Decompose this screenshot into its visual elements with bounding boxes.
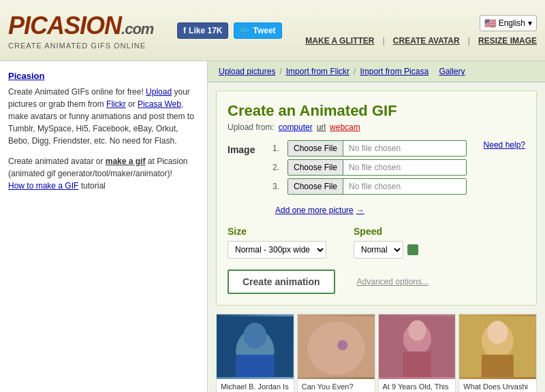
tagline: CREATE ANIMATED GIFS ONLINE bbox=[8, 42, 153, 50]
upload-from: Upload from: computer url webcam bbox=[228, 122, 525, 132]
choose-file-btn-1[interactable]: Choose File bbox=[288, 141, 343, 156]
create-animation-button[interactable]: Create animation bbox=[228, 270, 335, 294]
image-label: Image bbox=[228, 140, 262, 155]
sidebar-bottom-text3: tutorial bbox=[78, 181, 105, 191]
svg-rect-14 bbox=[482, 355, 514, 377]
nav-links: MAKE A GLITTER | CREATE AVATAR | RESIZE … bbox=[305, 35, 537, 46]
arrow-icon: → bbox=[356, 206, 364, 215]
choose-file-btn-2[interactable]: Choose File bbox=[288, 160, 343, 175]
ad-caption-jordan: Michael B. Jordan Is Dating Lori Harvey,… bbox=[217, 379, 294, 392]
subnav-gallery[interactable]: Gallery bbox=[439, 67, 465, 76]
nav-create-avatar[interactable]: CREATE AVATAR bbox=[393, 36, 460, 46]
logo-area: PICASION.com CREATE ANIMATED GIFS ONLINE bbox=[8, 12, 153, 50]
sidebar: Picasion Create Animated GIFs online for… bbox=[0, 61, 208, 392]
file-row-1: 1. Choose File No file chosen bbox=[272, 140, 473, 157]
header-center: f Like 17K 🐦 Tweet bbox=[177, 22, 281, 39]
file-input-group-3: Choose File No file chosen bbox=[287, 178, 467, 195]
header-right: 🇺🇸 English ▾ MAKE A GLITTER | CREATE AVA… bbox=[305, 15, 537, 46]
upload-from-label: Upload from: bbox=[228, 122, 275, 132]
size-select[interactable]: Normal - 300px wide Small - 200px wide L… bbox=[228, 241, 326, 259]
add-more-link[interactable]: Add one more picture → bbox=[275, 206, 525, 215]
subnav: Upload pictures / Import from Flickr / I… bbox=[208, 61, 545, 82]
row-num-1: 1. bbox=[272, 144, 283, 153]
sidebar-bottom-text1: Create animated avatar or bbox=[8, 157, 106, 166]
size-label: Size bbox=[228, 226, 326, 237]
ad-card-urvashi[interactable]: What Does Urvashi Rautela Look Like With… bbox=[458, 314, 537, 392]
size-select-group: Normal - 300px wide Small - 200px wide L… bbox=[228, 241, 326, 259]
sidebar-title[interactable]: Picasion bbox=[8, 69, 199, 83]
file-input-group-2: Choose File No file chosen bbox=[287, 159, 467, 176]
row-num-3: 3. bbox=[272, 182, 283, 191]
choose-file-btn-3[interactable]: Choose File bbox=[288, 179, 343, 194]
file-row-3: 3. Choose File No file chosen bbox=[272, 178, 473, 195]
ad-row: Michael B. Jordan Is Dating Lori Harvey,… bbox=[216, 314, 537, 392]
logo-suffix: .com bbox=[121, 20, 153, 37]
create-row: Create animation Advanced options... bbox=[228, 270, 525, 294]
sidebar-description: Create Animated GIFs online for free! Up… bbox=[8, 86, 199, 147]
language-selector[interactable]: 🇺🇸 English ▾ bbox=[480, 15, 537, 31]
svg-point-9 bbox=[408, 321, 426, 341]
speed-select[interactable]: Normal Slow Fast bbox=[354, 241, 403, 259]
ad-image-fashion bbox=[379, 314, 456, 379]
how-to-make-gif-link[interactable]: How to make a GIF bbox=[8, 181, 78, 191]
image-section: Image 1. Choose File No file chosen 2. C… bbox=[228, 140, 525, 197]
file-row-2: 2. Choose File No file chosen bbox=[272, 159, 473, 176]
twitter-icon: 🐦 bbox=[240, 26, 250, 35]
flag-icon: 🇺🇸 bbox=[484, 18, 496, 29]
twitter-tweet-button[interactable]: 🐦 Tweet bbox=[234, 22, 281, 39]
content: Upload pictures / Import from Flickr / I… bbox=[208, 61, 545, 392]
ad-image-tattoo bbox=[298, 314, 375, 379]
subnav-import-flickr[interactable]: Import from Flickr bbox=[286, 67, 349, 76]
upload-computer-link[interactable]: computer bbox=[279, 122, 313, 132]
svg-point-13 bbox=[488, 321, 508, 344]
ad-caption-urvashi: What Does Urvashi Rautela Look Like With… bbox=[459, 379, 536, 392]
speed-label: Speed bbox=[354, 226, 418, 237]
ad-caption-fashion: At 9 Years Old, This Young Girl Dazzled … bbox=[379, 379, 456, 392]
ad-caption-tattoo: Can You Even? Which Super Cute Tiny Food… bbox=[298, 379, 375, 392]
ad-image-urvashi bbox=[459, 314, 536, 379]
nav-resize-image[interactable]: RESIZE IMAGE bbox=[478, 36, 537, 46]
speed-option: Speed Normal Slow Fast bbox=[354, 226, 418, 259]
speed-select-group: Normal Slow Fast bbox=[354, 241, 418, 259]
advanced-options-link[interactable]: Advanced options... bbox=[357, 277, 429, 287]
sidebar-text3: or bbox=[126, 99, 138, 109]
upload-url-link[interactable]: url bbox=[317, 122, 326, 132]
file-inputs: 1. Choose File No file chosen 2. Choose … bbox=[272, 140, 473, 197]
svg-rect-10 bbox=[403, 352, 431, 378]
ad-card-fashion[interactable]: At 9 Years Old, This Young Girl Dazzled … bbox=[378, 314, 456, 392]
subnav-upload-pictures[interactable]: Upload pictures bbox=[219, 67, 275, 76]
facebook-like-button[interactable]: f Like 17K bbox=[177, 22, 228, 39]
row-num-2: 2. bbox=[272, 163, 283, 172]
file-input-group-1: Choose File No file chosen bbox=[287, 140, 467, 157]
logo: PICASION.com bbox=[8, 12, 153, 40]
nav-make-glitter[interactable]: MAKE A GLITTER bbox=[305, 36, 374, 46]
gif-title: Create an Animated GIF bbox=[228, 102, 525, 120]
sidebar-bottom: Create animated avatar or make a gif at … bbox=[8, 155, 199, 192]
add-more-label: Add one more picture bbox=[275, 206, 354, 215]
ad-image-jordan bbox=[217, 314, 294, 379]
svg-point-2 bbox=[243, 323, 266, 348]
file-name-2: No file chosen bbox=[343, 160, 466, 175]
svg-rect-3 bbox=[236, 355, 274, 377]
subnav-import-picasa[interactable]: Import from Picasa bbox=[360, 67, 429, 76]
ad-card-jordan[interactable]: Michael B. Jordan Is Dating Lori Harvey,… bbox=[216, 314, 294, 392]
flickr-link[interactable]: Flickr bbox=[106, 99, 126, 109]
fb-label: Like 17K bbox=[189, 26, 222, 35]
main: Picasion Create Animated GIFs online for… bbox=[0, 61, 545, 392]
header: PICASION.com CREATE ANIMATED GIFS ONLINE… bbox=[0, 0, 545, 61]
gif-creator: Create an Animated GIF Upload from: comp… bbox=[216, 91, 537, 306]
need-help-link[interactable]: Need help? bbox=[484, 140, 525, 150]
chevron-down-icon: ▾ bbox=[528, 18, 532, 28]
options-row: Size Normal - 300px wide Small - 200px w… bbox=[228, 226, 525, 259]
svg-point-6 bbox=[337, 340, 347, 350]
svg-point-5 bbox=[307, 321, 365, 375]
tw-label: Tweet bbox=[253, 26, 275, 35]
upload-link[interactable]: Upload bbox=[146, 87, 172, 97]
size-option: Size Normal - 300px wide Small - 200px w… bbox=[228, 226, 326, 259]
upload-webcam-link[interactable]: webcam bbox=[330, 122, 360, 132]
language-label: English bbox=[499, 18, 525, 28]
picasa-link[interactable]: Picasa Web bbox=[138, 99, 181, 109]
make-gif-link[interactable]: make a gif bbox=[106, 157, 146, 166]
ad-card-tattoo[interactable]: Can You Even? Which Super Cute Tiny Food… bbox=[297, 314, 375, 392]
logo-main: PICASION bbox=[8, 12, 121, 39]
